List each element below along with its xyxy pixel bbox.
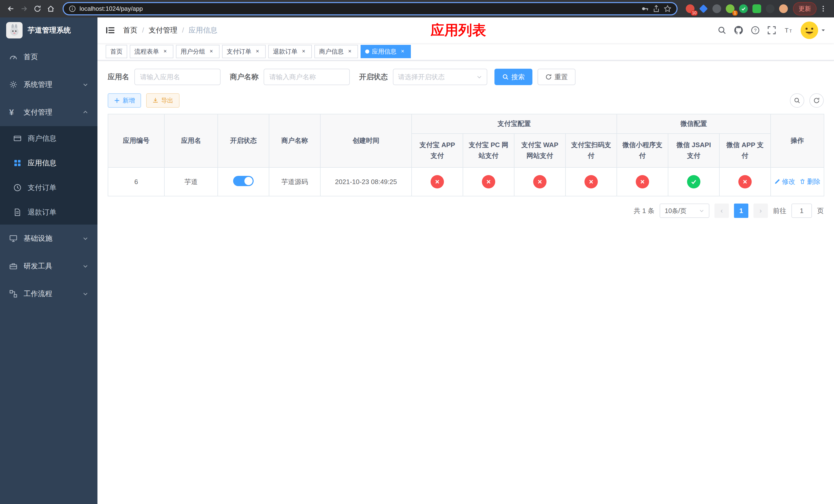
extension-icon-1[interactable]: 10 (686, 4, 695, 13)
sidebar-item-system[interactable]: 系统管理 (0, 71, 97, 98)
chevron-down-icon (699, 208, 704, 213)
tag-user-group[interactable]: 用户分组 × (176, 45, 220, 58)
extension-icon-3[interactable] (712, 4, 721, 13)
document-icon (13, 208, 22, 216)
column-header-actions: 操作 (771, 114, 824, 167)
breadcrumb-home[interactable]: 首页 (123, 25, 137, 35)
bookmark-star-icon[interactable] (664, 5, 672, 13)
sidebar-item-workflow[interactable]: 工作流程 (0, 280, 97, 307)
sidebar-item-payment[interactable]: ¥ 支付管理 (0, 98, 97, 126)
cell-wechat-mini (617, 167, 668, 196)
address-bar[interactable]: localhost:1024/pay/app (63, 2, 678, 15)
status-select[interactable]: 请选择开启状态 (393, 69, 487, 85)
status-check-icon (687, 175, 700, 188)
next-page-button[interactable]: › (753, 204, 768, 218)
sidebar-item-merchant-info[interactable]: 商户信息 (0, 126, 97, 151)
tag-label: 商户信息 (319, 47, 344, 55)
sidebar-item-label: 工作流程 (24, 289, 76, 299)
close-icon[interactable]: × (300, 48, 307, 55)
sidebar-item-label: 支付订单 (28, 183, 88, 192)
svg-text:T: T (789, 29, 792, 33)
add-button[interactable]: 新增 (108, 93, 141, 108)
github-icon[interactable] (734, 26, 743, 35)
column-header-status: 开启状态 (218, 114, 269, 167)
navbar-actions: ? TT (718, 22, 826, 39)
cell-merchant: 芋道源码 (269, 167, 320, 196)
page-number-button[interactable]: 1 (734, 204, 748, 218)
show-search-button[interactable] (790, 93, 804, 108)
delete-link[interactable]: 删除 (799, 177, 820, 186)
password-key-icon[interactable] (641, 5, 649, 13)
sidebar-item-label: 退款订单 (28, 207, 88, 217)
browser-forward-button[interactable] (18, 2, 31, 15)
caret-down-icon (821, 28, 826, 33)
column-header-wechat-mini: 微信小程序支付 (617, 134, 668, 167)
sidebar-item-infrastructure[interactable]: 基础设施 (0, 225, 97, 252)
status-cross-icon (585, 175, 598, 188)
user-menu[interactable] (801, 22, 826, 39)
table-toolbar: 新增 导出 (108, 93, 824, 108)
tag-merchant-info[interactable]: 商户信息 × (314, 45, 358, 58)
font-size-icon[interactable]: TT (784, 26, 793, 35)
reset-button[interactable]: 重置 (537, 69, 575, 85)
breadcrumb-payment[interactable]: 支付管理 (149, 25, 177, 35)
export-button-label: 导出 (161, 96, 173, 105)
search-icon (794, 97, 800, 104)
share-icon[interactable] (653, 5, 660, 13)
sidebar-item-payment-orders[interactable]: 支付订单 (0, 175, 97, 200)
sidebar-item-home[interactable]: 首页 (0, 43, 97, 71)
close-icon[interactable]: × (346, 48, 353, 55)
sidebar-item-refund-orders[interactable]: 退款订单 (0, 200, 97, 225)
extension-icon-4[interactable]: 1 (726, 4, 734, 13)
header-search-icon[interactable] (718, 26, 726, 35)
refresh-icon (813, 97, 820, 104)
page-size-select[interactable]: 10条/页 (660, 204, 709, 218)
extension-icon-8[interactable] (779, 4, 788, 13)
search-button[interactable]: 搜索 (495, 69, 532, 85)
active-dot (365, 49, 369, 53)
extension-icon-6[interactable] (752, 4, 761, 13)
close-icon[interactable]: × (208, 48, 215, 55)
status-toggle[interactable] (233, 176, 254, 186)
help-icon[interactable]: ? (751, 26, 760, 35)
reload-icon (34, 5, 41, 13)
tag-label: 支付订单 (227, 47, 251, 55)
page-info-icon[interactable] (69, 5, 76, 12)
extension-icon-5[interactable] (739, 4, 748, 13)
extension-icon-2[interactable] (699, 4, 708, 13)
page-title: 应用列表 (431, 21, 486, 40)
browser-update-button[interactable]: 更新 (793, 2, 816, 15)
extension-icon-7[interactable] (766, 4, 774, 13)
merchant-name-input[interactable] (264, 69, 350, 85)
close-icon[interactable]: × (254, 48, 261, 55)
cell-alipay-pc (463, 167, 514, 196)
browser-back-button[interactable] (4, 2, 18, 15)
goto-page-input[interactable] (791, 204, 812, 218)
total-count: 共 1 条 (634, 206, 655, 215)
export-button[interactable]: 导出 (146, 93, 179, 108)
close-icon[interactable]: × (399, 48, 406, 55)
prev-page-button[interactable]: ‹ (715, 204, 729, 218)
tag-app-info[interactable]: 应用信息 × (360, 45, 411, 58)
sidebar-item-dev-tools[interactable]: 研发工具 (0, 252, 97, 280)
tag-payment-orders[interactable]: 支付订单 × (222, 45, 266, 58)
svg-text:T: T (785, 27, 789, 34)
chevron-up-icon (83, 110, 88, 115)
tag-refund-orders[interactable]: 退款订单 × (268, 45, 312, 58)
browser-home-button[interactable] (44, 2, 58, 15)
app-name-input[interactable] (134, 69, 221, 85)
tag-process-form[interactable]: 流程表单 × (130, 45, 173, 58)
goto-prefix: 前往 (773, 206, 786, 215)
fullscreen-icon[interactable] (767, 26, 776, 35)
delete-link-label: 删除 (807, 177, 820, 186)
browser-reload-button[interactable] (31, 2, 44, 15)
refresh-table-button[interactable] (809, 93, 824, 108)
tag-home[interactable]: 首页 (106, 45, 127, 58)
edit-link[interactable]: 修改 (774, 177, 795, 186)
close-icon[interactable]: × (161, 48, 169, 55)
chevron-down-icon (477, 74, 482, 80)
collapse-sidebar-button[interactable] (106, 26, 115, 35)
browser-menu-button[interactable] (816, 2, 830, 15)
sidebar-item-app-info[interactable]: 应用信息 (0, 151, 97, 175)
chevron-down-icon (83, 263, 88, 269)
